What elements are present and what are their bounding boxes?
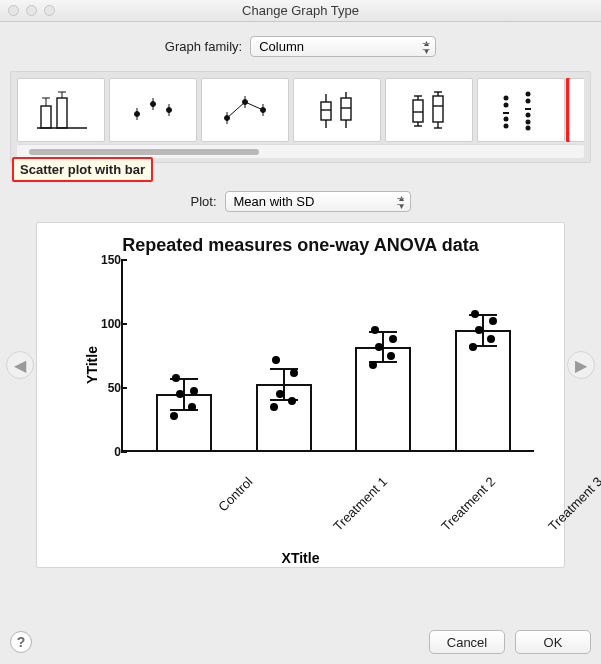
svg-rect-19 — [321, 102, 331, 120]
thumb-scatter-se[interactable] — [109, 78, 197, 142]
data-point — [369, 361, 377, 369]
svg-point-42 — [504, 117, 509, 122]
chart-ytick: 50 — [87, 381, 121, 395]
svg-point-45 — [526, 92, 531, 97]
chart-title: Repeated measures one-way ANOVA data — [47, 235, 554, 256]
plot-select[interactable]: Mean with SD — [225, 191, 411, 212]
help-button[interactable]: ? — [10, 631, 32, 653]
chart-xlabel: XTitle — [47, 550, 554, 566]
chart-ytick: 0 — [87, 445, 121, 459]
data-point — [387, 352, 395, 360]
graph-family-row: Graph family: Column ▴▾ — [0, 36, 601, 57]
data-point — [288, 397, 296, 405]
thumbs-scrollbar[interactable] — [17, 144, 584, 158]
chart-area: YTitle 050100150 — [87, 260, 544, 470]
svg-rect-23 — [341, 98, 351, 120]
svg-point-48 — [526, 120, 531, 125]
data-point — [489, 317, 497, 325]
svg-point-47 — [526, 113, 531, 118]
thumb-tooltip-row: Scatter plot with bar — [0, 163, 601, 189]
bar-group — [243, 260, 325, 452]
graph-family-select-wrap: Column ▴▾ — [250, 36, 436, 57]
thumb-scatter-with-bar[interactable] — [569, 78, 584, 142]
plot-row: Plot: Mean with SD ▴▾ — [0, 191, 601, 212]
thumb-scatter-line[interactable] — [201, 78, 289, 142]
plot-label: Plot: — [190, 194, 216, 209]
cancel-button[interactable]: Cancel — [429, 630, 505, 654]
data-point — [389, 335, 397, 343]
chart-xtick-label: Treatment 2 — [438, 474, 498, 534]
bottom-bar: ? Cancel OK — [10, 630, 591, 654]
data-point — [188, 403, 196, 411]
prev-preview-button[interactable]: ◀ — [6, 351, 34, 379]
ok-button[interactable]: OK — [515, 630, 591, 654]
bar — [455, 330, 511, 452]
chart-ytick: 150 — [87, 253, 121, 267]
data-point — [272, 356, 280, 364]
chart-ylabel: YTitle — [84, 346, 100, 384]
svg-rect-4 — [57, 98, 67, 128]
svg-point-41 — [504, 103, 509, 108]
bar-group — [343, 260, 425, 452]
svg-point-40 — [504, 96, 509, 101]
chart-xtick-label: Control — [215, 474, 255, 514]
data-point — [371, 326, 379, 334]
data-point — [170, 412, 178, 420]
thumb-box-min-max[interactable] — [385, 78, 473, 142]
thumb-aligned-dot[interactable] — [477, 78, 565, 142]
svg-point-49 — [526, 126, 531, 131]
thumb-boxplot[interactable] — [293, 78, 381, 142]
bar-group — [442, 260, 524, 452]
data-point — [176, 390, 184, 398]
data-point — [471, 310, 479, 318]
svg-rect-44 — [525, 108, 531, 110]
svg-rect-1 — [41, 106, 51, 128]
data-point — [270, 403, 278, 411]
svg-point-43 — [504, 124, 509, 129]
thumb-bar[interactable] — [17, 78, 105, 142]
chart-xtick-label: Treatment 3 — [546, 474, 601, 534]
thumb-tooltip: Scatter plot with bar — [12, 157, 153, 182]
data-point — [276, 390, 284, 398]
chart-ytick: 100 — [87, 317, 121, 331]
data-point — [172, 374, 180, 382]
data-point — [487, 335, 495, 343]
bar-group — [143, 260, 225, 452]
data-point — [190, 387, 198, 395]
graph-family-select[interactable]: Column — [250, 36, 436, 57]
graph-family-label: Graph family: — [165, 39, 242, 54]
data-point — [290, 369, 298, 377]
svg-rect-27 — [413, 100, 423, 122]
svg-rect-39 — [503, 112, 509, 114]
chart-xtick-label: Treatment 1 — [331, 474, 391, 534]
data-point — [475, 326, 483, 334]
data-point — [469, 343, 477, 351]
svg-rect-33 — [433, 96, 443, 122]
next-preview-button[interactable]: ▶ — [567, 351, 595, 379]
data-point — [375, 343, 383, 351]
graph-type-thumbs — [17, 78, 584, 142]
window-title: Change Graph Type — [0, 3, 601, 18]
titlebar: Change Graph Type — [0, 0, 601, 22]
graph-type-thumbs-panel — [10, 71, 591, 163]
graph-preview: Repeated measures one-way ANOVA data YTi… — [36, 222, 565, 568]
svg-point-46 — [526, 99, 531, 104]
